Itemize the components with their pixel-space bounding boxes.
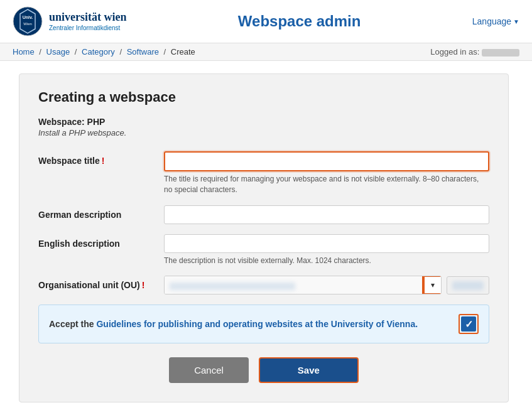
ou-blurred-value	[170, 283, 295, 290]
button-row: Cancel Save	[38, 357, 489, 383]
form-card: Creating a webspace Webspace: PHP Instal…	[19, 73, 509, 402]
german-description-row: German description	[38, 205, 489, 224]
guidelines-box: Accept the Guidelines for publishing and…	[38, 305, 489, 343]
breadcrumb-software[interactable]: Software	[127, 47, 159, 57]
university-logo: Univ. Wien	[13, 6, 43, 36]
required-indicator: !	[102, 156, 105, 166]
ou-field-wrap: ▾	[164, 276, 489, 294]
language-button[interactable]: Language ▼	[472, 16, 519, 26]
ou-extra-blurred	[452, 281, 484, 290]
logged-in-username	[482, 49, 519, 57]
ou-select-wrap: ▾	[164, 276, 442, 294]
ou-row: Organisational unit (OU)! ▾	[38, 276, 489, 294]
breadcrumb-separator: /	[164, 47, 166, 57]
german-description-label: German description	[38, 205, 164, 220]
breadcrumb: Home / Usage / Category / Software / Cre…	[13, 47, 195, 57]
english-description-label: English description	[38, 234, 164, 249]
breadcrumb-current: Create	[171, 47, 195, 57]
ou-dropdown-button[interactable]: ▾	[423, 277, 441, 293]
desc-hint: The description is not visible externall…	[164, 256, 489, 266]
logo-area: Univ. Wien universität wien Zentraler In…	[13, 6, 127, 36]
breadcrumb-bar: Home / Usage / Category / Software / Cre…	[0, 43, 532, 61]
save-button[interactable]: Save	[259, 357, 359, 383]
university-name: universität wien	[49, 11, 127, 24]
language-label: Language	[472, 16, 511, 26]
breadcrumb-separator: /	[119, 47, 122, 57]
breadcrumb-category[interactable]: Category	[82, 47, 115, 57]
webspace-title-row: Webspace title! The title is required fo…	[38, 151, 489, 195]
webspace-title-input[interactable]	[164, 151, 489, 171]
breadcrumb-home[interactable]: Home	[13, 47, 35, 57]
cancel-button[interactable]: Cancel	[169, 357, 249, 383]
logged-in-info: Logged in as:	[430, 47, 519, 57]
webspace-title-field-wrap: The title is required for managing your …	[164, 151, 489, 195]
ou-value	[165, 276, 423, 294]
chevron-down-icon: ▼	[513, 18, 519, 25]
main-content: Creating a webspace Webspace: PHP Instal…	[0, 61, 532, 410]
svg-point-0	[13, 7, 42, 36]
guidelines-link[interactable]: Guidelines for publishing and operating …	[96, 319, 418, 329]
webspace-description: Install a PHP webspace.	[38, 128, 489, 138]
guidelines-checkbox[interactable]: ✓	[461, 316, 476, 332]
breadcrumb-usage[interactable]: Usage	[46, 47, 70, 57]
webspace-info: Webspace: PHP Install a PHP webspace.	[38, 117, 489, 138]
card-heading: Creating a webspace	[38, 89, 489, 105]
german-description-field-wrap	[164, 205, 489, 224]
checkmark-icon: ✓	[465, 318, 473, 330]
page-title: Webspace admin	[238, 13, 361, 30]
logged-in-label: Logged in as:	[430, 47, 479, 57]
header: Univ. Wien universität wien Zentraler In…	[0, 0, 532, 43]
svg-text:Univ.: Univ.	[23, 15, 33, 19]
guidelines-checkbox-wrap[interactable]: ✓	[459, 314, 479, 334]
english-description-row: English description The description is n…	[38, 234, 489, 266]
guidelines-prefix: Accept the	[49, 319, 96, 329]
ou-required-indicator: !	[142, 280, 145, 290]
ou-label: Organisational unit (OU)!	[38, 276, 164, 290]
guidelines-text: Accept the Guidelines for publishing and…	[49, 319, 418, 329]
english-description-input[interactable]	[164, 234, 489, 253]
logo-text: universität wien Zentraler Informatikdie…	[49, 11, 127, 32]
breadcrumb-separator: /	[75, 47, 77, 57]
webspace-title-label: Webspace title!	[38, 151, 164, 166]
breadcrumb-separator: /	[39, 47, 41, 57]
ou-extra-value	[447, 276, 489, 295]
german-description-input[interactable]	[164, 205, 489, 224]
english-description-field-wrap: The description is not visible externall…	[164, 234, 489, 266]
webspace-title-hint: The title is required for managing your …	[164, 174, 489, 195]
svg-text:Wien: Wien	[23, 22, 32, 26]
webspace-name: Webspace: PHP	[38, 117, 489, 127]
ou-select-row: ▾	[164, 276, 489, 294]
department-name: Zentraler Informatikdienst	[49, 24, 127, 32]
